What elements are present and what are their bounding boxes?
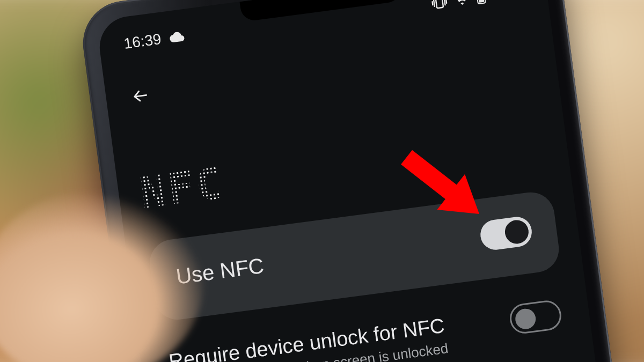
toggle-knob [514,307,537,330]
wifi-icon [453,0,471,7]
status-battery-text: 75% [491,0,523,4]
battery-icon [475,0,487,5]
use-nfc-toggle[interactable] [479,215,533,252]
cloud-icon [168,30,186,44]
toggle-knob [503,219,530,245]
require-unlock-toggle[interactable] [508,299,563,335]
svg-rect-3 [478,0,485,3]
svg-rect-0 [436,0,444,8]
back-button[interactable] [126,82,155,110]
vibrate-icon [430,0,448,10]
status-time: 16:39 [123,31,163,53]
